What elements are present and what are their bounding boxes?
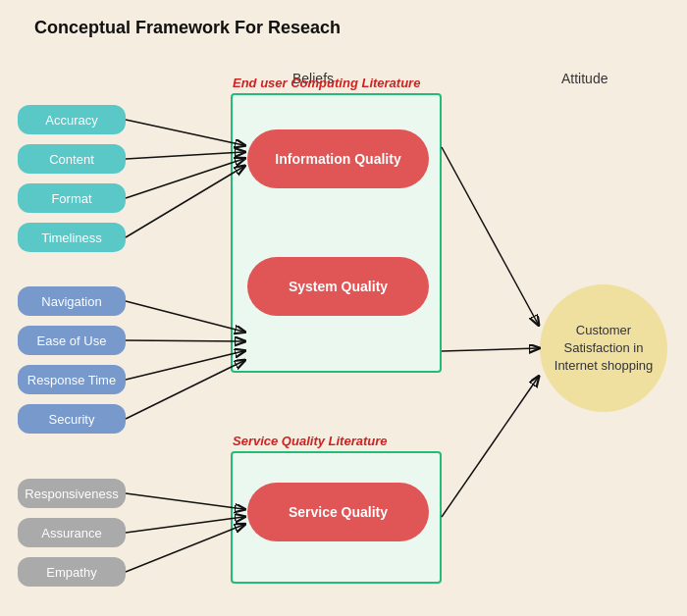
list-item-content: Content bbox=[18, 144, 126, 174]
list-item-accuracy: Accuracy bbox=[18, 105, 126, 134]
svg-line-10 bbox=[126, 525, 243, 572]
svg-line-4 bbox=[126, 301, 243, 332]
page-title: Conceptual Framework For Reseach bbox=[0, 0, 687, 38]
oval-system-quality: System Quality bbox=[247, 257, 429, 316]
list-item-responsiveness: Responsiveness bbox=[18, 479, 126, 508]
svg-line-11 bbox=[442, 147, 538, 324]
list-item-empathy: Empathy bbox=[18, 557, 126, 587]
list-item-response-time: Response Time bbox=[18, 365, 126, 394]
list-item-timeliness: Timeliness bbox=[18, 223, 126, 252]
section-label-service-quality: Service Quality Literature bbox=[233, 434, 388, 448]
svg-line-5 bbox=[126, 340, 243, 341]
svg-line-2 bbox=[126, 159, 243, 198]
col-attitude: Attitude bbox=[561, 71, 608, 86]
svg-line-9 bbox=[126, 517, 243, 533]
oval-info-quality: Information Quality bbox=[247, 129, 429, 188]
list-item-format: Format bbox=[18, 183, 126, 213]
section-label-end-user: End user Computing Literature bbox=[233, 76, 420, 90]
list-item-navigation: Navigation bbox=[18, 286, 126, 316]
svg-line-8 bbox=[126, 493, 243, 509]
svg-line-6 bbox=[126, 351, 243, 380]
svg-line-12 bbox=[442, 348, 538, 351]
svg-line-7 bbox=[126, 361, 243, 419]
svg-line-3 bbox=[126, 167, 243, 237]
svg-line-1 bbox=[126, 152, 243, 159]
oval-service-quality: Service Quality bbox=[247, 483, 429, 541]
list-item-assurance: Assurance bbox=[18, 518, 126, 547]
center-box-2: Service Quality Literature Service Quali… bbox=[231, 451, 442, 584]
list-item-security: Security bbox=[18, 404, 126, 434]
svg-line-0 bbox=[126, 120, 243, 145]
list-item-ease-of-use: Ease of Use bbox=[18, 326, 126, 355]
svg-line-13 bbox=[442, 378, 538, 517]
oval-customer-satisfaction: CustomerSatisfaction inInternet shopping bbox=[540, 284, 667, 412]
center-box-1: End user Computing Literature Informatio… bbox=[231, 93, 442, 373]
